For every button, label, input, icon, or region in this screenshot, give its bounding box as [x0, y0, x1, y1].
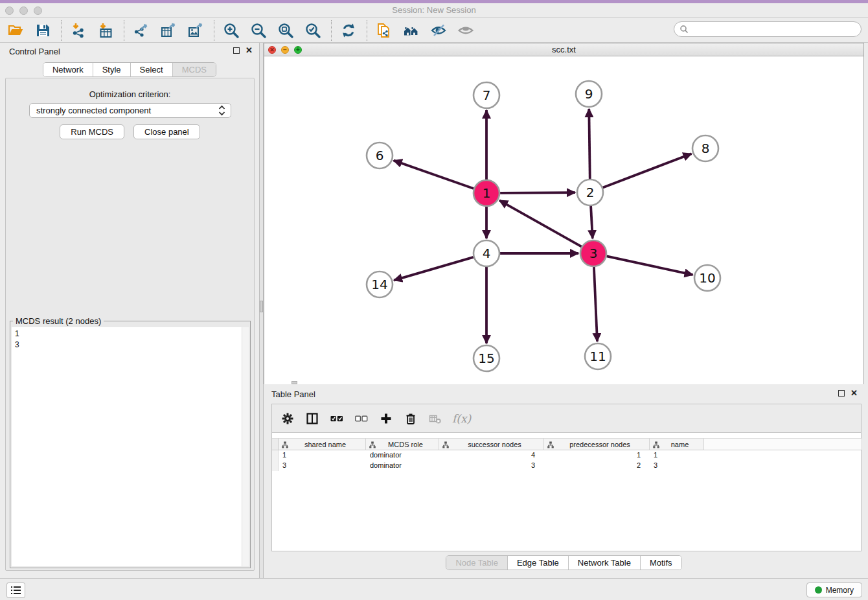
task-history-button[interactable]	[6, 583, 25, 598]
network-canvas[interactable]: 7968124314101511	[264, 57, 863, 384]
cell-MCDS-role[interactable]: dominator	[366, 450, 439, 461]
node-2[interactable]: 2	[577, 179, 603, 205]
network-view-window: ✕ − + scc.txt 7968124314101511	[264, 43, 864, 384]
clone-network-icon[interactable]	[375, 21, 393, 40]
search-input[interactable]	[689, 25, 851, 34]
column-header-label: MCDS role	[366, 441, 439, 448]
panel-splitter[interactable]	[259, 43, 264, 578]
network-graph: 7968124314101511	[264, 57, 863, 384]
node-7[interactable]: 7	[474, 82, 499, 108]
cell-name[interactable]: 3	[650, 461, 704, 471]
table-tab-network-table[interactable]: Network Table	[569, 556, 641, 570]
edge-2-8[interactable]	[603, 154, 692, 187]
column-header-predecessor-nodes[interactable]: predecessor nodes	[544, 438, 650, 450]
node-10[interactable]: 10	[694, 265, 720, 291]
table-panel: Table Panel ✕	[264, 386, 864, 578]
edge-1-6[interactable]	[394, 161, 474, 189]
delete-columns-icon[interactable]	[402, 410, 420, 428]
criterion-dropdown-value: strongly connected component	[36, 106, 218, 115]
column-header-name[interactable]: name	[650, 438, 704, 450]
zoom-selected-icon[interactable]	[304, 21, 322, 40]
edge-1-2[interactable]	[500, 192, 575, 193]
close-panel-button[interactable]: Close panel	[133, 124, 200, 139]
node-label-9: 9	[585, 86, 593, 102]
import-table-icon[interactable]	[97, 21, 115, 40]
export-network-icon[interactable]	[132, 21, 150, 40]
cell-predecessor-nodes[interactable]: 2	[544, 461, 650, 471]
edge-3-10[interactable]	[607, 256, 693, 275]
zoom-out-icon[interactable]	[249, 21, 268, 40]
apply-layout-icon[interactable]	[339, 21, 358, 40]
save-session-icon[interactable]	[34, 21, 52, 40]
export-image-icon[interactable]	[187, 21, 205, 40]
zoom-in-icon[interactable]	[222, 21, 240, 40]
tab-style[interactable]: Style	[93, 63, 131, 76]
control-panel-header: Control Panel ✕	[0, 43, 259, 61]
node-label-8: 8	[702, 141, 710, 156]
result-scrollbar[interactable]	[242, 327, 249, 566]
cell-shared-name[interactable]: 3	[279, 461, 366, 471]
node-11[interactable]: 11	[585, 343, 611, 369]
add-column-icon[interactable]	[377, 410, 395, 428]
close-table-panel-icon[interactable]: ✕	[851, 390, 858, 397]
table-tab-edge-table[interactable]: Edge Table	[508, 556, 569, 570]
column-header-label: predecessor nodes	[544, 441, 649, 448]
show-graphics-details-icon[interactable]	[429, 21, 448, 40]
table-tab-node-table[interactable]: Node Table	[446, 556, 508, 570]
table-tab-motifs[interactable]: Motifs	[641, 556, 681, 570]
cell-predecessor-nodes[interactable]: 1	[544, 450, 650, 461]
deselect-all-columns-icon[interactable]	[352, 410, 371, 428]
show-all-networks-icon[interactable]	[402, 21, 420, 40]
float-panel-icon[interactable]	[233, 47, 240, 54]
cell-MCDS-role[interactable]: dominator	[366, 461, 439, 471]
edge-3-11[interactable]	[594, 267, 597, 341]
node-8[interactable]: 8	[692, 135, 718, 161]
show-column-panel-icon[interactable]	[303, 410, 321, 428]
node-label-15: 15	[478, 351, 494, 366]
cell-successor-nodes[interactable]: 4	[439, 450, 544, 461]
node-1[interactable]: 1	[474, 180, 499, 206]
criterion-dropdown[interactable]: strongly connected component	[29, 103, 231, 118]
import-network-icon[interactable]	[69, 21, 87, 40]
close-panel-icon[interactable]: ✕	[246, 47, 253, 54]
delete-table-icon	[426, 410, 444, 428]
run-mcds-button[interactable]: Run MCDS	[60, 124, 124, 139]
horizontal-splitter-handle[interactable]	[291, 381, 297, 384]
zoom-fit-icon[interactable]	[277, 21, 295, 40]
tab-network[interactable]: Network	[43, 63, 93, 76]
mcds-result-area[interactable]: 1 3	[12, 327, 249, 566]
node-6[interactable]: 6	[367, 143, 393, 168]
bird-eye-view-icon[interactable]	[457, 21, 475, 40]
select-all-columns-icon[interactable]	[328, 410, 346, 428]
global-search-field[interactable]	[674, 21, 862, 37]
node-14[interactable]: 14	[367, 271, 393, 297]
column-type-icon	[282, 441, 288, 450]
export-table-icon[interactable]	[159, 21, 177, 40]
column-header-label: successor nodes	[439, 441, 543, 448]
tab-select[interactable]: Select	[131, 63, 173, 76]
edge-2-3[interactable]	[591, 206, 593, 238]
column-header-shared-name[interactable]: shared name	[279, 438, 366, 450]
table-corner-gutter	[272, 438, 279, 450]
tab-mcds[interactable]: MCDS	[173, 63, 216, 76]
table-row[interactable]: 3dominator323	[272, 461, 862, 471]
edge-3-1[interactable]	[499, 200, 582, 246]
float-table-panel-icon[interactable]	[838, 390, 845, 397]
open-file-icon[interactable]	[6, 21, 25, 40]
edge-2-9[interactable]	[589, 109, 589, 179]
node-9[interactable]: 9	[576, 81, 602, 107]
node-15[interactable]: 15	[474, 345, 499, 371]
column-header-MCDS-role[interactable]: MCDS role	[366, 438, 439, 450]
main-area: Control Panel ✕ NetworkStyleSelectMCDS O…	[0, 43, 868, 578]
table-options-gear-icon[interactable]	[279, 410, 297, 428]
cell-shared-name[interactable]: 1	[279, 450, 366, 461]
splitter-handle[interactable]	[260, 301, 263, 312]
table-row[interactable]: 1dominator411	[272, 450, 862, 461]
column-header-successor-nodes[interactable]: successor nodes	[439, 438, 544, 450]
cell-name[interactable]: 1	[650, 450, 704, 461]
edge-4-14[interactable]	[394, 257, 474, 281]
node-3[interactable]: 3	[580, 240, 606, 266]
node-4[interactable]: 4	[474, 240, 499, 266]
cell-successor-nodes[interactable]: 3	[439, 461, 544, 471]
memory-button[interactable]: Memory	[806, 583, 862, 597]
